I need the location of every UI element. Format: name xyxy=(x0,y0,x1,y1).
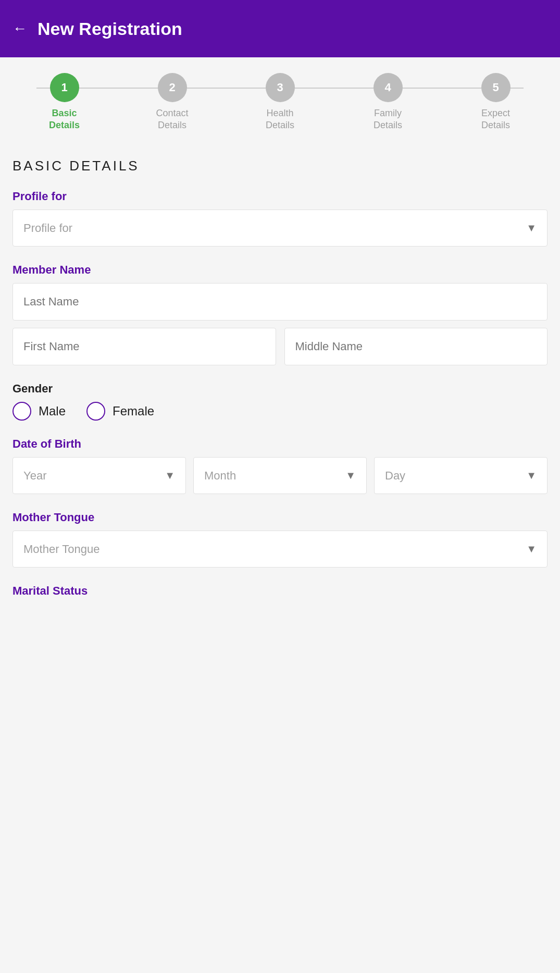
page-title: New Registration xyxy=(38,19,182,39)
step-1-label: BasicDetails xyxy=(49,107,80,132)
mother-tongue-select-wrapper[interactable]: Mother Tongue Hindi English Bengali Telu… xyxy=(13,531,547,568)
gender-male-radio[interactable] xyxy=(13,402,31,421)
day-select[interactable]: Day 1234 5678 910 xyxy=(375,458,547,494)
middle-name-input[interactable] xyxy=(284,328,548,365)
step-3-circle: 3 xyxy=(266,73,295,102)
step-2[interactable]: 2 ContactDetails xyxy=(118,73,226,132)
profile-for-group: Profile for Profile for Myself Son Daugh… xyxy=(13,190,547,247)
day-select-wrapper[interactable]: Day 1234 5678 910 ▼ xyxy=(374,457,547,494)
gender-group: Gender Male Female xyxy=(13,382,547,421)
gender-male-option[interactable]: Male xyxy=(13,402,66,421)
dob-row: Year 200019991998 199719961995 ▼ Month J… xyxy=(13,457,547,494)
profile-for-label: Profile for xyxy=(13,190,547,203)
mother-tongue-select[interactable]: Mother Tongue Hindi English Bengali Telu… xyxy=(13,531,547,567)
step-1-circle: 1 xyxy=(50,73,79,102)
step-2-circle: 2 xyxy=(158,73,187,102)
stepper: 1 BasicDetails 2 ContactDetails 3 Health… xyxy=(10,73,550,132)
gender-female-label: Female xyxy=(113,404,154,418)
form-content: BASIC DETAILS Profile for Profile for My… xyxy=(0,142,560,635)
member-name-group: Member Name xyxy=(13,263,547,365)
step-4-circle: 4 xyxy=(374,73,403,102)
gender-male-label: Male xyxy=(39,404,66,418)
dob-group: Date of Birth Year 200019991998 19971996… xyxy=(13,437,547,494)
year-select[interactable]: Year 200019991998 199719961995 xyxy=(13,458,185,494)
profile-for-select-wrapper[interactable]: Profile for Myself Son Daughter Brother … xyxy=(13,210,547,247)
step-4[interactable]: 4 FamilyDetails xyxy=(334,73,442,132)
gender-female-radio[interactable] xyxy=(86,402,105,421)
back-button[interactable]: ← xyxy=(13,20,27,37)
name-row xyxy=(13,328,547,365)
month-select-wrapper[interactable]: Month JanuaryFebruaryMarch AprilMayJune … xyxy=(193,457,367,494)
member-name-label: Member Name xyxy=(13,263,547,277)
gender-radio-group: Male Female xyxy=(13,402,547,421)
gender-label: Gender xyxy=(13,382,547,396)
year-select-wrapper[interactable]: Year 200019991998 199719961995 ▼ xyxy=(13,457,186,494)
dob-label: Date of Birth xyxy=(13,437,547,451)
first-name-input[interactable] xyxy=(13,328,276,365)
last-name-input[interactable] xyxy=(13,283,547,321)
marital-status-label: Marital Status xyxy=(13,584,547,598)
marital-status-group: Marital Status xyxy=(13,584,547,598)
month-select[interactable]: Month JanuaryFebruaryMarch AprilMayJune … xyxy=(194,458,366,494)
gender-female-option[interactable]: Female xyxy=(86,402,154,421)
step-3[interactable]: 3 HealthDetails xyxy=(226,73,334,132)
profile-for-select[interactable]: Profile for Myself Son Daughter Brother … xyxy=(13,210,547,246)
step-5-label: ExpectDetails xyxy=(481,107,510,132)
step-2-label: ContactDetails xyxy=(156,107,188,132)
mother-tongue-group: Mother Tongue Mother Tongue Hindi Englis… xyxy=(13,511,547,568)
app-header: ← New Registration xyxy=(0,0,560,57)
step-3-label: HealthDetails xyxy=(266,107,294,132)
mother-tongue-label: Mother Tongue xyxy=(13,511,547,524)
stepper-container: 1 BasicDetails 2 ContactDetails 3 Health… xyxy=(0,57,560,142)
section-title: BASIC DETAILS xyxy=(13,158,547,174)
step-5[interactable]: 5 ExpectDetails xyxy=(442,73,550,132)
step-5-circle: 5 xyxy=(481,73,511,102)
step-1[interactable]: 1 BasicDetails xyxy=(10,73,118,132)
step-4-label: FamilyDetails xyxy=(374,107,402,132)
